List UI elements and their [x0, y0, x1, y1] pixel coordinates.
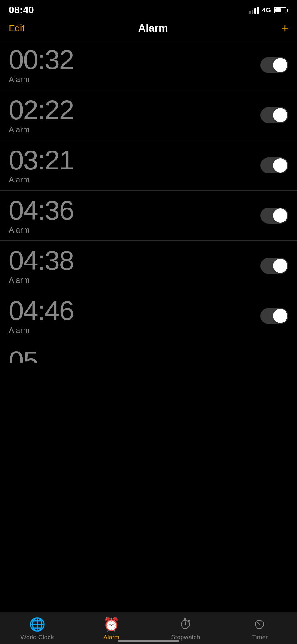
toggle-knob-0	[273, 58, 287, 72]
tab-timer-label: Timer	[252, 634, 268, 641]
alarm-time-partial: 05	[9, 347, 288, 363]
alarm-label-4: Alarm	[9, 275, 288, 285]
tab-world-clock[interactable]: 🌐 World Clock	[15, 617, 59, 641]
timer-icon: ⏲	[253, 617, 266, 632]
tab-stopwatch[interactable]: ⏱ Stopwatch	[164, 617, 207, 641]
status-bar: 08:40 4G	[0, 0, 297, 19]
toggle-container-0[interactable]	[260, 57, 288, 73]
alarm-toggle-5[interactable]	[260, 308, 288, 324]
tab-alarm[interactable]: ⏰ Alarm	[90, 617, 133, 641]
alarm-time-2: 03:21	[9, 147, 288, 174]
status-time: 08:40	[9, 4, 34, 16]
alarm-item-0: 00:32 Alarm	[0, 40, 297, 90]
tab-timer[interactable]: ⏲ Timer	[238, 617, 282, 641]
toggle-knob-5	[273, 309, 287, 323]
alarm-time-4: 04:38	[9, 247, 288, 274]
toggle-container-2[interactable]	[260, 157, 288, 173]
status-icons: 4G	[249, 6, 288, 14]
alarm-toggle-0[interactable]	[260, 57, 288, 73]
tab-world-clock-label: World Clock	[20, 634, 54, 641]
alarm-label-0: Alarm	[9, 75, 288, 84]
stopwatch-icon: ⏱	[179, 617, 192, 632]
edit-button[interactable]: Edit	[9, 23, 25, 33]
alarm-toggle-3[interactable]	[260, 208, 288, 224]
alarm-item-partial: 05	[0, 341, 297, 363]
alarm-toggle-2[interactable]	[260, 157, 288, 173]
battery-icon	[274, 7, 288, 13]
add-alarm-button[interactable]: +	[282, 22, 288, 34]
alarm-item-1: 02:22 Alarm	[0, 90, 297, 140]
alarm-item-4: 04:38 Alarm	[0, 241, 297, 291]
alarm-toggle-1[interactable]	[260, 107, 288, 123]
alarm-time-3: 04:36	[9, 197, 288, 224]
tab-bar: 🌐 World Clock ⏰ Alarm ⏱ Stopwatch ⏲ Time…	[0, 612, 297, 644]
alarm-list: 00:32 Alarm 02:22 Alarm 03:21 Alarm 04:3…	[0, 40, 297, 412]
alarm-label-2: Alarm	[9, 175, 288, 185]
alarm-label-1: Alarm	[9, 125, 288, 134]
home-indicator	[118, 640, 179, 642]
alarm-icon: ⏰	[103, 617, 119, 632]
alarm-time-0: 00:32	[9, 46, 288, 73]
alarm-toggle-4[interactable]	[260, 258, 288, 274]
toggle-container-4[interactable]	[260, 258, 288, 274]
toggle-knob-3	[273, 208, 287, 223]
alarm-time-1: 02:22	[9, 96, 288, 124]
signal-icon	[249, 7, 259, 14]
network-type: 4G	[262, 6, 271, 14]
toggle-container-3[interactable]	[260, 208, 288, 224]
alarm-item-5: 04:46 Alarm	[0, 291, 297, 341]
page-title: Alarm	[138, 22, 168, 34]
toggle-container-5[interactable]	[260, 308, 288, 324]
alarm-label-3: Alarm	[9, 225, 288, 235]
tab-alarm-label: Alarm	[103, 634, 119, 641]
world-clock-icon: 🌐	[29, 617, 45, 632]
nav-bar: Edit Alarm +	[0, 19, 297, 40]
alarm-label-5: Alarm	[9, 326, 288, 335]
alarm-item-3: 04:36 Alarm	[0, 191, 297, 241]
toggle-knob-4	[273, 259, 287, 273]
toggle-knob-2	[273, 158, 287, 173]
toggle-container-1[interactable]	[260, 107, 288, 123]
alarm-item-2: 03:21 Alarm	[0, 140, 297, 191]
toggle-knob-1	[273, 108, 287, 122]
alarm-time-5: 04:46	[9, 297, 288, 324]
